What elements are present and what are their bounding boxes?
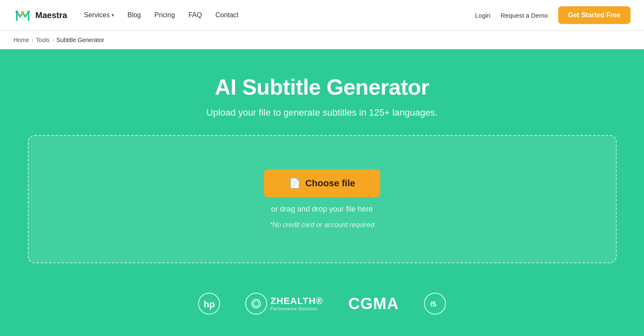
no-credit-label: *No credit card or account required (270, 221, 374, 229)
login-link[interactable]: Login (475, 12, 490, 19)
nav-services[interactable]: Services ▾ (84, 11, 114, 19)
services-chevron-icon: ▾ (111, 12, 114, 18)
f5-logo-svg: f5 (429, 297, 441, 310)
breadcrumb-tools[interactable]: Tools (36, 37, 50, 43)
hp-logo: hp (198, 293, 220, 315)
svg-point-3 (27, 11, 30, 13)
choose-file-button[interactable]: 📄 Choose file (264, 169, 381, 197)
nav-contact[interactable]: Contact (215, 11, 239, 19)
breadcrumb-home[interactable]: Home (13, 37, 29, 43)
zhealth-logo: ZHEALTH® Performance Solutions (245, 293, 323, 315)
f5-logo: f5 (424, 293, 446, 315)
breadcrumb-sep-2: › (52, 37, 54, 43)
logo-link[interactable]: Maestra (13, 6, 67, 24)
zhealth-sub-text: Performance Solutions (270, 307, 323, 311)
nav-faq[interactable]: FAQ (188, 11, 202, 19)
brand-name: Maestra (35, 11, 67, 20)
hp-logo-svg: hp (203, 297, 215, 310)
svg-point-5 (252, 299, 260, 308)
cgma-logo: CGMA (348, 295, 399, 313)
page-title: AI Subtitle Generator (215, 74, 429, 100)
request-demo-link[interactable]: Request a Demo (501, 12, 548, 19)
nav-right: Login Request a Demo Get Started Free (475, 6, 631, 24)
upload-dropzone[interactable]: 📄 Choose file or drag and drop your file… (28, 135, 617, 263)
nav-links: Services ▾ Blog Pricing FAQ Contact (84, 11, 475, 19)
nav-blog[interactable]: Blog (127, 11, 141, 19)
zhealth-brain-icon (245, 293, 267, 315)
main-content: AI Subtitle Generator Upload your file t… (0, 49, 644, 280)
file-upload-icon: 📄 (289, 178, 300, 189)
svg-point-1 (21, 11, 24, 14)
zhealth-main-text: ZHEALTH® (270, 296, 323, 306)
svg-point-2 (16, 11, 18, 13)
logos-section: hp ZHEALTH® Performance Solutions CGMA f… (0, 280, 644, 331)
zhealth-text-block: ZHEALTH® Performance Solutions (270, 296, 323, 311)
drag-drop-label: or drag and drop your file here (271, 205, 373, 214)
brain-svg (250, 298, 262, 310)
page-subtitle: Upload your file to generate subtitles i… (207, 107, 438, 118)
maestra-logo-icon (13, 6, 32, 24)
nav-pricing[interactable]: Pricing (154, 11, 175, 19)
svg-text:hp: hp (204, 299, 215, 310)
breadcrumb-sep-1: › (32, 37, 33, 43)
breadcrumb: Home › Tools › Subtitle Generator (0, 30, 644, 49)
breadcrumb-current: Subtitle Generator (56, 37, 104, 43)
svg-text:f5: f5 (430, 301, 436, 308)
navbar: Maestra Services ▾ Blog Pricing FAQ Cont… (0, 0, 644, 30)
get-started-button[interactable]: Get Started Free (558, 6, 631, 24)
